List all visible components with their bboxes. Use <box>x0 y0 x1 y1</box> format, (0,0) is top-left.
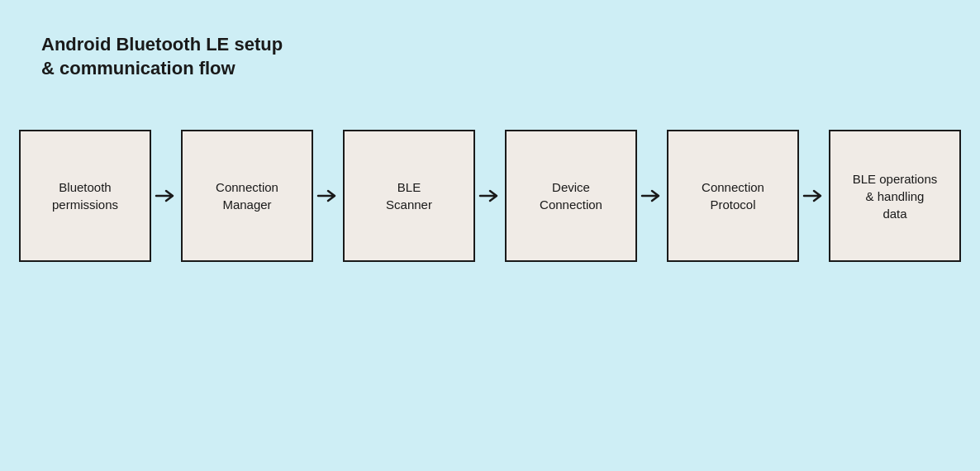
page-container: Android Bluetooth LE setup& communicatio… <box>0 0 980 471</box>
arrow-5 <box>799 188 829 204</box>
arrow-1 <box>151 188 181 204</box>
arrow-2 <box>313 188 343 204</box>
flow-box-ble-scanner: BLEScanner <box>343 130 475 262</box>
flow-box-bluetooth-permissions: Bluetoothpermissions <box>19 130 151 262</box>
flow-box-device-connection: DeviceConnection <box>505 130 637 262</box>
flow-diagram: Bluetoothpermissions ConnectionManager B… <box>41 130 939 262</box>
flow-box-label: ConnectionProtocol <box>702 178 764 213</box>
flow-box-label: BLE operations& handlingdata <box>853 170 938 222</box>
flow-box-label: Bluetoothpermissions <box>52 178 118 213</box>
flow-box-connection-manager: ConnectionManager <box>181 130 313 262</box>
arrow-4 <box>637 188 667 204</box>
flow-box-label: ConnectionManager <box>216 178 278 213</box>
page-title: Android Bluetooth LE setup& communicatio… <box>41 33 939 80</box>
flow-box-ble-operations: BLE operations& handlingdata <box>829 130 961 262</box>
arrow-3 <box>475 188 505 204</box>
flow-box-connection-protocol: ConnectionProtocol <box>667 130 799 262</box>
flow-box-label: DeviceConnection <box>540 178 602 213</box>
flow-box-label: BLEScanner <box>386 178 432 213</box>
